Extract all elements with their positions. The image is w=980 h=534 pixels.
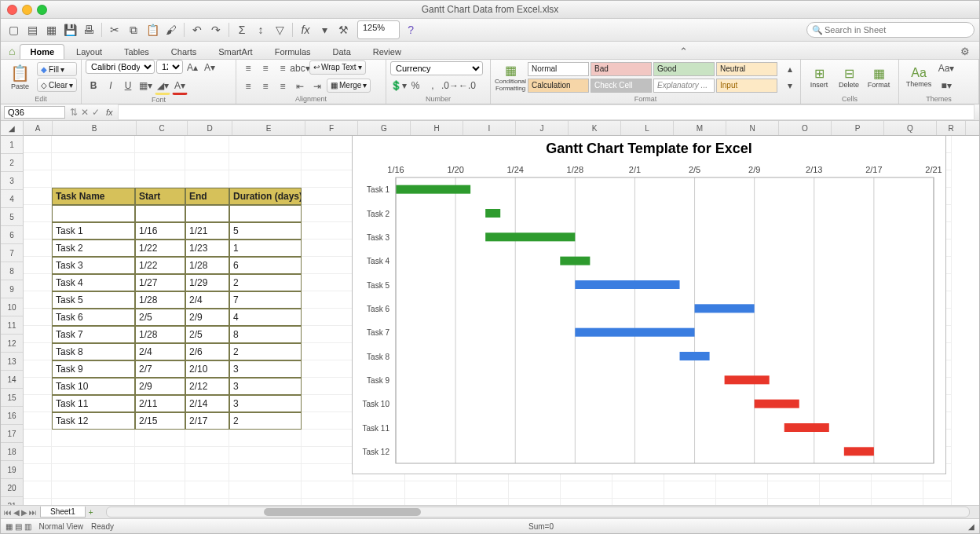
tab-charts[interactable]: Charts (161, 44, 207, 59)
cell[interactable]: 2/10 (185, 360, 229, 378)
cell[interactable]: Task 7 (52, 326, 135, 343)
tab-home[interactable]: Home (20, 44, 64, 59)
cell[interactable] (185, 464, 229, 481)
cell[interactable]: 1/28 (185, 257, 229, 274)
align-center-icon[interactable]: ≡ (258, 79, 273, 94)
cell[interactable]: 2 (229, 274, 302, 291)
border-button[interactable]: ▦▾ (137, 78, 153, 93)
cell[interactable] (185, 447, 229, 464)
cell[interactable]: Task 11 (52, 395, 135, 412)
save-icon[interactable]: 💾 (62, 22, 78, 38)
insert-cells-button[interactable]: ⊞Insert (805, 60, 833, 94)
cell[interactable] (716, 481, 768, 499)
column-header[interactable]: D (188, 121, 232, 135)
cell[interactable] (52, 136, 135, 153)
row-header[interactable]: 18 (1, 443, 23, 461)
cell[interactable] (923, 481, 952, 499)
cell[interactable] (302, 343, 353, 360)
cell[interactable] (24, 464, 52, 481)
template-icon[interactable]: ▦ (43, 22, 59, 38)
cell[interactable] (302, 257, 353, 274)
sheet-tab[interactable]: Sheet1 (40, 507, 86, 518)
cell[interactable]: 3 (229, 378, 302, 395)
cell[interactable] (872, 481, 923, 499)
cell[interactable] (52, 205, 135, 222)
cell[interactable]: 2/14 (185, 395, 229, 412)
zoom-window[interactable] (37, 5, 47, 15)
cell[interactable] (185, 205, 229, 222)
cell[interactable]: 1/21 (185, 222, 229, 240)
cell[interactable] (664, 481, 716, 499)
indent-dec-icon[interactable]: ⇤ (292, 79, 308, 94)
column-header[interactable]: R (937, 121, 966, 135)
print-icon[interactable]: 🖶 (81, 22, 97, 38)
close-window[interactable] (7, 5, 17, 15)
gear-icon[interactable]: ⚙ (956, 44, 975, 59)
row-header[interactable]: 1 (1, 136, 23, 154)
cell[interactable] (405, 499, 457, 505)
style-explanatory[interactable]: Explanatory ... (653, 79, 715, 93)
cell[interactable]: 2/4 (185, 291, 229, 309)
cell[interactable] (509, 499, 561, 505)
cell[interactable]: 2/15 (135, 412, 185, 430)
cell[interactable] (768, 481, 820, 499)
cell[interactable]: 1/22 (135, 240, 185, 257)
cell[interactable] (302, 136, 353, 153)
row-header[interactable]: 16 (1, 407, 23, 425)
underline-button[interactable]: U (120, 78, 136, 93)
first-sheet-icon[interactable]: ⏮ (4, 508, 12, 517)
home-icon[interactable]: ⌂ (5, 43, 18, 59)
cell[interactable] (24, 309, 52, 326)
column-header[interactable]: J (516, 121, 569, 135)
cell[interactable]: 7 (229, 291, 302, 309)
cell[interactable] (52, 464, 135, 481)
cell[interactable] (24, 188, 52, 205)
align-top-icon[interactable]: ≡ (240, 60, 256, 76)
column-header[interactable]: F (305, 121, 358, 135)
cell[interactable] (52, 499, 135, 505)
cell[interactable] (135, 170, 185, 188)
cell[interactable] (302, 499, 353, 505)
cell[interactable] (24, 412, 52, 430)
cell[interactable]: 2/5 (135, 309, 185, 326)
cell[interactable] (24, 153, 52, 170)
cell[interactable] (302, 326, 353, 343)
cell[interactable] (24, 395, 52, 412)
bold-button[interactable]: B (86, 78, 101, 93)
row-header[interactable]: 7 (1, 244, 23, 262)
toolbox-icon[interactable]: ⚒ (335, 22, 351, 38)
cell[interactable]: Task 2 (52, 240, 135, 257)
cell[interactable] (135, 205, 185, 222)
cell[interactable] (185, 481, 229, 499)
cell[interactable] (24, 447, 52, 464)
grow-font-icon[interactable]: A▴ (185, 60, 200, 75)
tab-review[interactable]: Review (363, 44, 411, 59)
row-header[interactable]: 8 (1, 262, 23, 280)
column-header[interactable]: L (621, 121, 674, 135)
align-bot-icon[interactable]: ≡ (275, 60, 291, 76)
paste-button[interactable]: 📋Paste (5, 60, 35, 94)
filter-icon[interactable]: ▽ (272, 22, 287, 38)
cell[interactable]: End (185, 188, 229, 205)
cell[interactable]: Task 6 (52, 309, 135, 326)
orientation-icon[interactable]: abc▾ (292, 60, 308, 76)
cell[interactable] (716, 499, 768, 505)
delete-cells-button[interactable]: ⊟Delete (835, 60, 863, 94)
cell[interactable]: 1/27 (135, 274, 185, 291)
cell[interactable] (52, 447, 135, 464)
cell[interactable] (24, 360, 52, 378)
cell[interactable]: 5 (229, 222, 302, 240)
dec-decimal-icon[interactable]: ←.0 (459, 78, 475, 93)
cell[interactable] (24, 222, 52, 240)
fx-icon[interactable]: fx (298, 22, 313, 38)
tab-layout[interactable]: Layout (66, 44, 112, 59)
cell[interactable]: Task 4 (52, 274, 135, 291)
cell[interactable]: 2/7 (135, 360, 185, 378)
style-check-cell[interactable]: Check Cell (591, 79, 652, 93)
cell[interactable] (820, 481, 872, 499)
cell[interactable] (24, 136, 52, 153)
cell[interactable] (135, 447, 185, 464)
column-header[interactable]: H (411, 121, 463, 135)
cell[interactable] (302, 153, 353, 170)
font-name-select[interactable]: Calibri (Body) (86, 60, 155, 74)
